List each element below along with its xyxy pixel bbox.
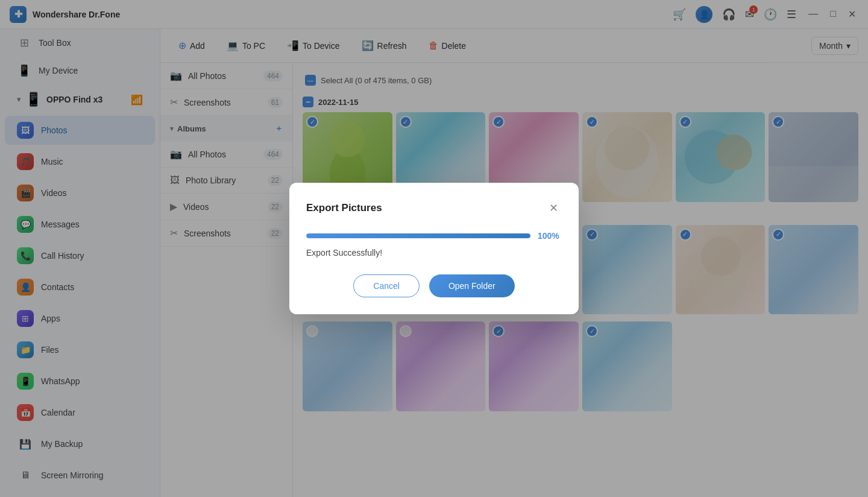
modal-close-button[interactable]: ✕ (545, 200, 562, 217)
progress-container: 100% (306, 231, 562, 241)
export-status: Export Successfully! (306, 248, 562, 258)
modal-overlay: Export Pictures ✕ 100% Export Successful… (0, 0, 868, 497)
progress-percent: 100% (538, 231, 562, 241)
export-modal: Export Pictures ✕ 100% Export Successful… (289, 183, 579, 314)
open-folder-button[interactable]: Open Folder (429, 274, 515, 297)
cancel-button[interactable]: Cancel (353, 274, 420, 297)
progress-bar-fill (306, 233, 530, 238)
progress-bar-bg (306, 233, 530, 238)
modal-title: Export Pictures (306, 202, 382, 214)
modal-buttons: Cancel Open Folder (306, 274, 562, 297)
modal-header: Export Pictures ✕ (306, 200, 562, 217)
